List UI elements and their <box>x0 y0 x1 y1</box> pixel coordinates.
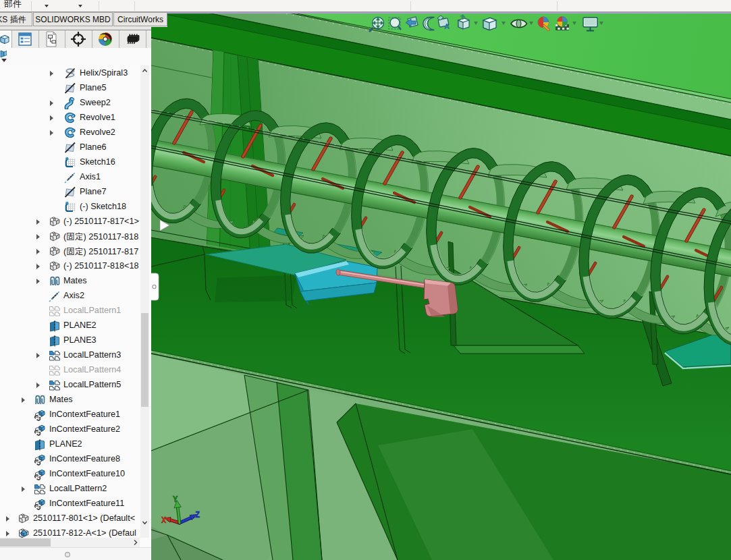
svg-text:Y: Y <box>173 495 178 505</box>
svg-text:A: A <box>444 22 450 30</box>
svg-text:X: X <box>161 516 167 526</box>
svg-text:Z: Z <box>195 511 200 520</box>
